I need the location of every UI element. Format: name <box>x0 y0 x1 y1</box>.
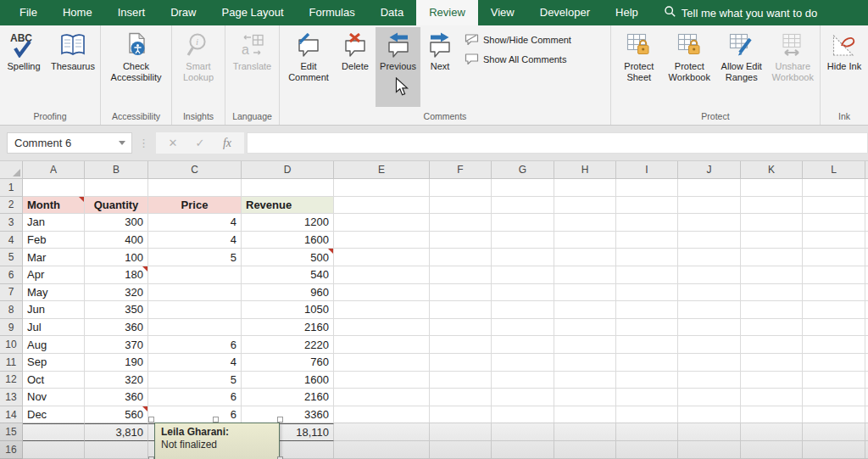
next-comment-button[interactable]: Next <box>420 27 459 107</box>
cell-B1[interactable] <box>85 179 148 197</box>
cell-E5[interactable] <box>334 249 430 266</box>
cell-I11[interactable] <box>616 354 678 372</box>
cell-G3[interactable] <box>492 214 554 232</box>
cell-G14[interactable] <box>492 406 554 424</box>
col-header-E[interactable]: E <box>334 161 430 179</box>
cell-K12[interactable] <box>741 372 803 389</box>
cell-D9[interactable]: 2160 <box>242 319 334 337</box>
cell-H6[interactable] <box>554 266 616 284</box>
cell-A14[interactable]: Dec <box>23 406 85 424</box>
cell-B9[interactable]: 360 <box>85 319 148 337</box>
cell-H1[interactable] <box>554 179 616 197</box>
cell-D11[interactable]: 760 <box>242 354 334 372</box>
cell-E4[interactable] <box>334 232 430 249</box>
cell-G7[interactable] <box>492 284 554 302</box>
cell-B2[interactable]: Quantity <box>85 197 148 215</box>
cell-A13[interactable]: Nov <box>23 389 85 406</box>
cell-I4[interactable] <box>616 232 678 249</box>
cell-H15[interactable] <box>554 423 616 441</box>
row-header-14[interactable]: 14 <box>0 406 23 424</box>
cell-A10[interactable]: Aug <box>23 336 85 354</box>
col-header-C[interactable]: C <box>148 161 242 179</box>
thesaurus-button[interactable]: Thesaurus <box>47 27 99 107</box>
tab-home[interactable]: Home <box>50 0 105 25</box>
cell-C8[interactable] <box>148 301 242 319</box>
row-header-11[interactable]: 11 <box>0 354 23 372</box>
row-header-3[interactable]: 3 <box>0 214 23 232</box>
col-header-D[interactable]: D <box>242 161 334 179</box>
cell-A5[interactable]: Mar <box>23 249 85 266</box>
cell-H8[interactable] <box>554 301 616 319</box>
cell-H4[interactable] <box>554 232 616 249</box>
row-header-2[interactable]: 2 <box>0 197 23 215</box>
row-header-13[interactable]: 13 <box>0 389 23 406</box>
cell-F2[interactable] <box>430 197 492 215</box>
tab-file[interactable]: File <box>7 0 50 25</box>
cell-L11[interactable] <box>803 354 865 372</box>
cell-C4[interactable]: 4 <box>148 232 242 249</box>
cell-F4[interactable] <box>430 232 492 249</box>
cell-E13[interactable] <box>334 389 430 406</box>
cell-G13[interactable] <box>492 389 554 406</box>
cell-L15[interactable] <box>803 423 865 441</box>
edit-comment-button[interactable]: Edit Comment <box>282 27 335 107</box>
cell-I3[interactable] <box>616 214 678 232</box>
cell-D5[interactable]: 500 <box>242 249 334 266</box>
cell-H14[interactable] <box>554 406 616 424</box>
row-header-12[interactable]: 12 <box>0 372 23 389</box>
cell-F5[interactable] <box>430 249 492 266</box>
cell-G8[interactable] <box>492 301 554 319</box>
cell-H9[interactable] <box>554 319 616 337</box>
cell-J5[interactable] <box>678 249 741 266</box>
cell-D13[interactable]: 2160 <box>242 389 334 406</box>
show-all-comments-button[interactable]: Show All Comments <box>465 53 571 66</box>
tab-formulas[interactable]: Formulas <box>297 0 368 25</box>
cell-I6[interactable] <box>616 266 678 284</box>
tell-me-search[interactable]: Tell me what you want to do <box>665 0 817 25</box>
cell-F6[interactable] <box>430 266 492 284</box>
tab-view[interactable]: View <box>478 0 527 25</box>
check-accessibility-button[interactable]: Check Accessibility <box>103 27 170 107</box>
cell-L6[interactable] <box>803 266 865 284</box>
cell-D4[interactable]: 1600 <box>242 232 334 249</box>
cell-G12[interactable] <box>492 372 554 389</box>
col-header-L[interactable]: L <box>803 161 865 179</box>
smart-lookup-button[interactable]: i Smart Lookup <box>174 27 223 107</box>
cell-K6[interactable] <box>741 266 803 284</box>
cell-L13[interactable] <box>803 389 865 406</box>
cell-E8[interactable] <box>334 301 430 319</box>
col-header-K[interactable]: K <box>741 161 803 179</box>
cell-C13[interactable]: 6 <box>148 389 242 406</box>
cell-I9[interactable] <box>616 319 678 337</box>
cell-K3[interactable] <box>741 214 803 232</box>
cell-L4[interactable] <box>803 232 865 249</box>
cell-B10[interactable]: 370 <box>85 336 148 354</box>
comment-box[interactable]: Leila Gharani: Not finalized <box>154 423 280 459</box>
tab-help[interactable]: Help <box>603 0 651 25</box>
cell-B7[interactable]: 320 <box>85 284 148 302</box>
tab-developer[interactable]: Developer <box>527 0 603 25</box>
cell-K10[interactable] <box>741 336 803 354</box>
cell-H10[interactable] <box>554 336 616 354</box>
cell-J7[interactable] <box>678 284 741 302</box>
cell-D6[interactable]: 540 <box>242 266 334 284</box>
col-header-J[interactable]: J <box>678 161 741 179</box>
protect-sheet-button[interactable]: Protect Sheet <box>615 27 663 107</box>
formula-input[interactable] <box>247 132 868 154</box>
allow-edit-ranges-button[interactable]: Allow Edit Ranges <box>716 27 767 107</box>
cell-K2[interactable] <box>741 197 803 215</box>
cell-H7[interactable] <box>554 284 616 302</box>
row-header-7[interactable]: 7 <box>0 284 23 302</box>
cell-C1[interactable] <box>148 179 242 197</box>
enter-formula-icon[interactable]: ✓ <box>186 137 214 149</box>
cell-L16[interactable] <box>803 441 865 459</box>
delete-comment-button[interactable]: Delete <box>335 27 376 107</box>
col-header-F[interactable]: F <box>430 161 492 179</box>
previous-comment-button[interactable]: Previous <box>376 27 420 107</box>
cell-C12[interactable]: 5 <box>148 372 242 389</box>
cell-L8[interactable] <box>803 301 865 319</box>
cell-J10[interactable] <box>678 336 741 354</box>
cell-F8[interactable] <box>430 301 492 319</box>
cell-B13[interactable]: 360 <box>85 389 148 406</box>
col-header-B[interactable]: B <box>85 161 148 179</box>
